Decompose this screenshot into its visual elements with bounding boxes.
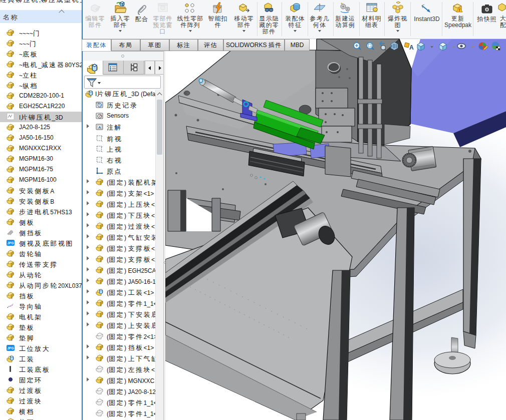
svg-text:!: ! — [459, 8, 460, 13]
svg-text:A: A — [409, 44, 414, 51]
